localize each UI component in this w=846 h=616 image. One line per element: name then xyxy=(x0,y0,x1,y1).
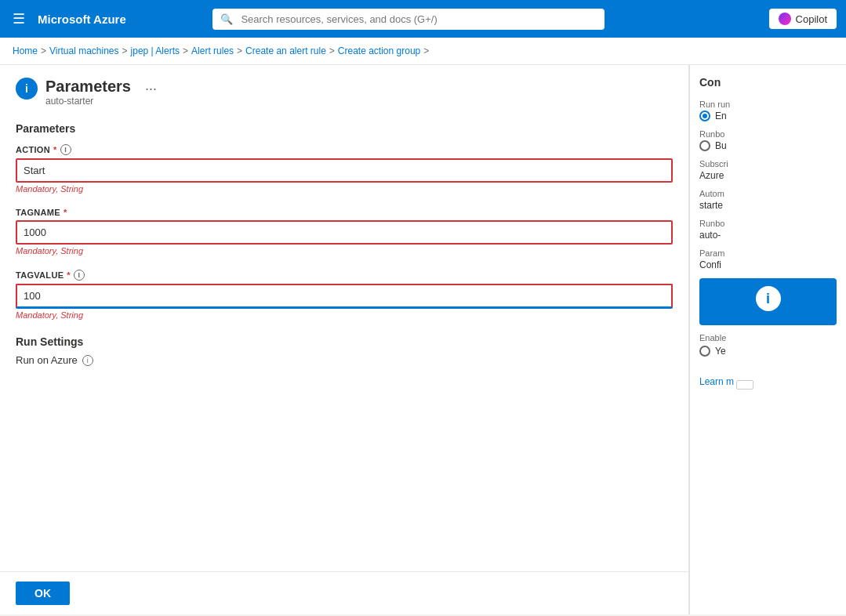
left-panel: i Parameters auto-starter ... Parameters… xyxy=(0,65,689,614)
breadcrumb-alerts[interactable]: jpep | Alerts xyxy=(131,45,180,56)
rp-runbook-type-radio-group: Bu xyxy=(699,140,837,151)
tagvalue-hint: Mandatory, String xyxy=(16,310,673,320)
page-title-block: Parameters auto-starter xyxy=(45,78,131,107)
parameters-section-title: Parameters xyxy=(16,122,673,135)
ok-button-bar: OK xyxy=(0,571,688,614)
tagname-required-star: * xyxy=(64,208,67,217)
run-on-azure-info-icon[interactable]: i xyxy=(82,355,93,366)
rp-enable-label: Enable xyxy=(699,333,837,342)
rp-enable-option[interactable]: Ye xyxy=(699,346,837,357)
main-layout: i Parameters auto-starter ... Parameters… xyxy=(0,65,846,614)
tagname-input[interactable] xyxy=(17,222,671,243)
rp-runbook-type-radio[interactable] xyxy=(699,140,710,151)
hamburger-menu-icon[interactable]: ☰ xyxy=(9,7,28,31)
action-hint: Mandatory, String xyxy=(16,184,673,194)
tagname-field-group: TAGNAME * Mandatory, String xyxy=(16,208,673,255)
rp-run-enabled-label: En xyxy=(715,111,727,121)
search-icon: 🔍 xyxy=(220,13,233,25)
tagvalue-required-star: * xyxy=(67,270,71,280)
tagvalue-info-icon[interactable]: i xyxy=(74,270,85,281)
rp-params-value: Confi xyxy=(699,259,825,270)
run-on-azure: Run on Azure i xyxy=(16,354,673,366)
rp-runbook-value: auto- xyxy=(699,230,825,241)
rp-runbook-type-option[interactable]: Bu xyxy=(699,140,837,151)
rp-run-runbook-option[interactable]: En xyxy=(699,111,837,121)
action-field-group: ACTION * i Mandatory, String xyxy=(16,144,673,194)
ok-button[interactable]: OK xyxy=(16,582,70,605)
tagname-input-wrapper xyxy=(16,220,673,245)
run-settings-title: Run Settings xyxy=(16,335,673,348)
tagvalue-field-label: TAGVALUE * i xyxy=(16,270,673,281)
right-panel: Con Run run En Runbo Bu Subscri Azure Au… xyxy=(689,65,846,614)
breadcrumb-create-alert-rule[interactable]: Create an alert rule xyxy=(245,45,326,56)
rp-enable-radio[interactable] xyxy=(699,346,710,357)
page-subtitle: auto-starter xyxy=(45,96,131,107)
more-options-icon[interactable]: ... xyxy=(145,78,157,94)
breadcrumb-alert-rules[interactable]: Alert rules xyxy=(191,45,234,56)
tagvalue-input-wrapper xyxy=(16,284,673,309)
rp-enable-radio-group: Ye xyxy=(699,346,837,357)
copilot-label: Copilot xyxy=(796,13,827,25)
rp-run-enabled-radio[interactable] xyxy=(699,111,710,121)
tagvalue-field-group: TAGVALUE * i Mandatory, String xyxy=(16,270,673,320)
run-on-azure-label: Run on Azure xyxy=(16,354,78,366)
breadcrumb-vms[interactable]: Virtual machines xyxy=(49,45,119,56)
tagname-hint: Mandatory, String xyxy=(16,246,673,255)
tagname-field-label: TAGNAME * xyxy=(16,208,673,217)
rp-automation-label: Autom xyxy=(699,189,837,198)
rp-params-label: Param xyxy=(699,248,837,258)
page-header: i Parameters auto-starter ... xyxy=(16,78,673,107)
action-info-icon[interactable]: i xyxy=(60,144,71,155)
rp-run-runbook-radio-group: En xyxy=(699,111,837,121)
rp-runbook-label: Runbo xyxy=(699,219,837,228)
brand-name: Microsoft Azure xyxy=(38,13,126,26)
action-required-star: * xyxy=(53,145,57,154)
tagvalue-input[interactable] xyxy=(17,285,671,306)
action-input-wrapper xyxy=(16,158,673,183)
page-icon: i xyxy=(16,78,38,100)
copilot-icon xyxy=(779,13,791,25)
search-bar: 🔍 xyxy=(212,9,605,30)
search-input[interactable] xyxy=(212,9,605,30)
info-box: i xyxy=(699,278,837,325)
breadcrumb: Home > Virtual machines > jpep | Alerts … xyxy=(0,38,846,65)
action-input[interactable] xyxy=(17,160,671,181)
rp-enable-radio-label: Ye xyxy=(715,346,726,357)
rp-run-runbook-label: Run run xyxy=(699,100,837,109)
rp-subscription-label: Subscri xyxy=(699,159,837,168)
rp-runbook-type-label: Runbo xyxy=(699,129,837,139)
breadcrumb-create-action-group[interactable]: Create action group xyxy=(338,45,420,56)
page-title: Parameters xyxy=(45,78,131,96)
copilot-button[interactable]: Copilot xyxy=(769,9,837,29)
top-navigation: ☰ Microsoft Azure 🔍 Copilot xyxy=(0,0,846,38)
rp-runbook-type-value: Bu xyxy=(715,140,727,151)
learn-more-link[interactable]: Learn m xyxy=(699,376,734,387)
rp-automation-value: starte xyxy=(699,200,825,211)
right-panel-title: Con xyxy=(699,76,837,89)
action-field-label: ACTION * i xyxy=(16,144,673,155)
rp-bottom-button[interactable] xyxy=(736,380,753,390)
rp-subscription-value: Azure xyxy=(699,170,825,181)
breadcrumb-home[interactable]: Home xyxy=(13,45,38,56)
info-box-icon: i xyxy=(756,286,781,311)
